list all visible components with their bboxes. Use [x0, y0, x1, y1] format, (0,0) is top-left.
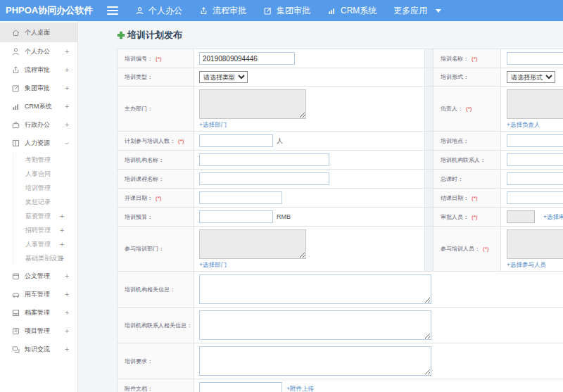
field-label: 审批人员：(*)	[434, 208, 501, 227]
archive-icon	[11, 308, 20, 317]
sidebar-item-admin-office[interactable]: 行政办公 +	[0, 115, 77, 134]
table-row: 主办部门： +选择部门 负责人：(*) +选择负责人	[118, 87, 563, 132]
course-name-input[interactable]	[199, 172, 329, 185]
sidebar: 个人桌面 个人办公 + 流程审批 + 集团审批 + CRM系统 + 行政办公 +	[0, 21, 78, 392]
table-row: 计划参与培训人数：(*) 人 培训地点：	[118, 132, 563, 151]
choose-leader-link[interactable]: +选择负责人	[507, 121, 540, 128]
training-form-select[interactable]: 请选择形式	[507, 71, 555, 83]
choose-approver-link[interactable]: +选择审批人员	[543, 213, 563, 220]
sidebar-hr-submenu: 考勤管理 人事合同 培训管理 奖惩记录 薪资管理+ 招聘管理+ 人事管理+ 基础…	[0, 153, 77, 265]
sidebar-item-archive[interactable]: 档案管理 +	[0, 303, 77, 322]
sidebar-subitem-base-category[interactable]: 基础类别设置+	[13, 251, 77, 265]
column-spacer	[425, 68, 434, 87]
field-label: 培训机构联系人相关信息：	[118, 308, 194, 343]
training-plan-form: 培训编号：(*) 培训名称：(*) 培训类型： 请选择类型 培训形式： 请选择形…	[117, 49, 563, 392]
choose-join-people-link[interactable]: +选择参与人员	[507, 261, 546, 268]
table-row: 培训类型： 请选择类型 培训形式： 请选择形式	[118, 68, 563, 87]
start-date-input[interactable]	[199, 191, 282, 204]
sidebar-subitem-attendance[interactable]: 考勤管理	[13, 153, 77, 167]
sidebar-item-group-approval[interactable]: 集团审批 +	[0, 79, 77, 97]
field-label: 结课日期：(*)	[434, 189, 501, 208]
sidebar-subitem-training[interactable]: 培训管理	[13, 181, 77, 195]
top-menu-flow-approval[interactable]: 流程审批	[199, 5, 246, 17]
sidebar-subitem-recruit[interactable]: 招聘管理+	[13, 223, 77, 237]
sidebar-item-flow-approval[interactable]: 流程审批 +	[0, 61, 77, 79]
sidebar-subitem-rewards[interactable]: 奖惩记录	[13, 195, 77, 209]
sidebar-item-desktop[interactable]: 个人桌面	[0, 23, 77, 42]
sidebar-item-knowledge[interactable]: 知识交流 +	[0, 340, 77, 358]
top-menu-personal-office[interactable]: 个人办公	[135, 5, 182, 17]
column-spacer	[425, 132, 434, 151]
document-icon	[11, 272, 20, 281]
add-plus-icon	[117, 31, 125, 39]
location-input[interactable]	[507, 134, 563, 147]
unit-label: RMB	[277, 213, 291, 220]
top-menu-more-apps[interactable]: 更多应用	[393, 5, 441, 17]
table-row: 参与培训部门： +选择部门 参与培训人员：(*) +选择参与人员	[118, 227, 563, 272]
top-menu-group-approval[interactable]: 集团审批	[263, 5, 310, 17]
hamburger-menu-icon[interactable]	[107, 4, 118, 17]
flow-approval-icon	[11, 65, 20, 75]
field-label: 培训预算：	[118, 208, 194, 227]
table-row: 培训要求：	[118, 343, 563, 379]
field-label: 培训编号：(*)	[118, 49, 194, 68]
hr-book-icon	[11, 139, 20, 148]
org-info-textarea[interactable]	[199, 274, 431, 304]
field-label: 培训机构相关信息：	[118, 272, 194, 308]
sidebar-subitem-salary[interactable]: 薪资管理+	[13, 209, 77, 223]
choose-dept-link[interactable]: +选择部门	[199, 121, 227, 128]
budget-input[interactable]	[199, 210, 273, 223]
field-label: 参与培训部门：	[118, 227, 194, 272]
table-row: 培训预算： RMB 审批人员：(*) +选择审批人员	[118, 208, 563, 227]
sidebar-subitem-personnel[interactable]: 人事管理+	[13, 237, 77, 251]
column-spacer	[425, 49, 434, 68]
briefcase-icon	[11, 120, 20, 129]
field-label: 培训课程名称：	[118, 170, 194, 189]
column-spacer	[425, 189, 434, 208]
field-label: 培训要求：	[118, 343, 194, 379]
main-content: 培训计划发布 培训编号：(*) 培训名称：(*) 培训类型： 请选择类型 培训形…	[79, 21, 563, 392]
sidebar-item-official-doc[interactable]: 公文管理 +	[0, 267, 77, 285]
attachment-input[interactable]	[199, 382, 282, 392]
unit-label: 人	[277, 137, 283, 144]
user-icon	[135, 6, 144, 15]
host-dept-textarea[interactable]	[199, 89, 306, 119]
table-row: 开课日期：(*) 结课日期：(*)	[118, 189, 563, 208]
sidebar-item-personal-office[interactable]: 个人办公 +	[0, 42, 77, 61]
org-contact-info-textarea[interactable]	[199, 310, 431, 340]
total-hours-input[interactable]	[507, 172, 563, 185]
join-dept-textarea[interactable]	[199, 229, 306, 259]
attachment-upload-link[interactable]: +附件上传	[286, 385, 314, 392]
planned-count-input[interactable]	[199, 134, 273, 147]
top-menu-crm[interactable]: CRM系统	[327, 5, 377, 17]
table-row: 培训编号：(*) 培训名称：(*)	[118, 49, 563, 68]
field-label: 培训名称：(*)	[434, 49, 501, 68]
training-type-select[interactable]: 请选择类型	[199, 71, 248, 83]
table-row: 培训机构名称： 培训机构联系人：	[118, 151, 563, 170]
sidebar-subitem-hr-contract[interactable]: 人事合同	[13, 167, 77, 181]
field-label: 培训类型：	[118, 68, 194, 87]
page-title: 培训计划发布	[117, 29, 563, 42]
training-no-input[interactable]	[199, 52, 295, 65]
table-row: 培训机构联系人相关信息：	[118, 308, 563, 343]
app-logo[interactable]: PHPOA协同办公软件	[0, 4, 100, 17]
chat-icon	[11, 345, 20, 354]
choose-join-dept-link[interactable]: +选择部门	[199, 261, 227, 268]
join-people-textarea[interactable]	[507, 229, 563, 259]
sidebar-item-crm[interactable]: CRM系统 +	[0, 97, 77, 115]
flow-approval-icon	[199, 6, 208, 15]
sidebar-item-hr[interactable]: 人力资源 −	[0, 134, 77, 152]
org-contact-input[interactable]	[507, 153, 563, 166]
approver-input[interactable]	[507, 210, 535, 223]
sidebar-item-vehicle[interactable]: 用车管理 +	[0, 285, 77, 303]
group-approval-icon	[263, 6, 272, 15]
training-requirement-textarea[interactable]	[199, 346, 431, 376]
end-date-input[interactable]	[507, 191, 563, 204]
user-icon	[11, 47, 20, 56]
leader-textarea[interactable]	[507, 89, 563, 119]
training-name-input[interactable]	[507, 52, 563, 65]
org-name-input[interactable]	[199, 153, 329, 166]
field-label: 培训机构联系人：	[434, 151, 501, 170]
bar-chart-icon	[327, 6, 336, 15]
sidebar-item-project[interactable]: 项目管理 +	[0, 322, 77, 340]
